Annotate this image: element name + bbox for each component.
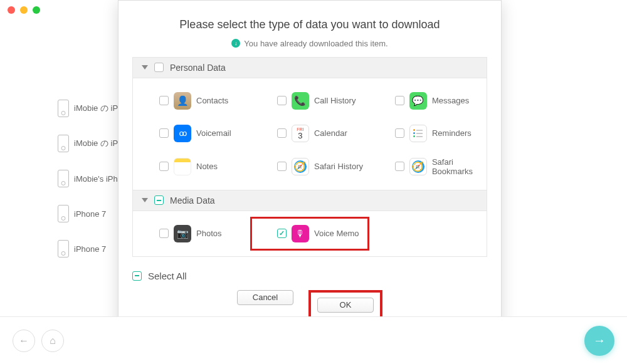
window-close-button[interactable] [8, 6, 15, 14]
item-checkbox[interactable] [277, 162, 287, 171]
item-label: Voicemail [196, 128, 231, 138]
item-label: Call History [314, 96, 356, 105]
data-item-messages[interactable]: 💬 Messages [369, 85, 487, 117]
item-label: Reminders [432, 128, 472, 138]
modal-title: Please select the type of data you want … [131, 18, 488, 31]
contacts-icon: 👤 [174, 92, 191, 110]
window-minimize-button[interactable] [20, 6, 28, 14]
data-item-safari-bookmarks[interactable]: 🧭 Safari Bookmarks [369, 150, 487, 184]
call-icon: 📞 [292, 92, 309, 110]
photos-icon: 📷 [174, 225, 191, 242]
phone-icon [58, 240, 69, 257]
data-item-voice-memo[interactable]: 🎙 Voice Memo [251, 217, 369, 250]
item-label: Safari Bookmarks [432, 157, 487, 176]
window-controls [8, 6, 40, 14]
data-item-call-history[interactable]: 📞 Call History [251, 85, 369, 117]
home-button[interactable]: ⌂ [41, 330, 64, 352]
device-label: iMobie の iP [74, 103, 118, 114]
item-checkbox[interactable] [159, 229, 169, 238]
item-label: Voice Memo [314, 229, 359, 238]
phone-icon [58, 170, 69, 187]
safari-bookmarks-icon: 🧭 [409, 158, 427, 175]
item-checkbox[interactable] [277, 128, 287, 138]
phone-icon [58, 135, 69, 152]
ok-button[interactable]: OK [317, 298, 374, 313]
modal-header: Please select the type of data you want … [119, 1, 501, 57]
data-item-safari-history[interactable]: 🧭 Safari History [251, 150, 369, 184]
group-checkbox[interactable] [154, 63, 164, 72]
item-checkbox[interactable] [159, 128, 169, 138]
group-label: Media Data [170, 195, 215, 205]
item-checkbox[interactable] [277, 96, 287, 105]
bottom-bar: ← ⌂ → [0, 316, 627, 364]
group-checkbox[interactable] [154, 195, 164, 205]
data-type-list: Personal Data 👤 Contacts 📞 Call History … [132, 57, 487, 257]
group-body-media: 📷 Photos 🎙 Voice Memo [133, 211, 487, 256]
modal-subtitle: ↓ You have already downloaded this item. [231, 39, 387, 48]
select-all-checkbox[interactable] [132, 271, 142, 281]
select-all-label: Select All [148, 271, 187, 281]
device-label: iPhone 7 [74, 209, 106, 219]
item-checkbox[interactable] [395, 128, 404, 138]
voicemail-icon: oo [174, 125, 191, 142]
disclosure-icon [142, 198, 148, 202]
device-label: iMobie の iP [74, 138, 118, 149]
item-label: Safari History [314, 162, 363, 171]
download-icon: ↓ [231, 39, 240, 48]
device-label: iPhone 7 [74, 244, 106, 254]
data-item-calendar[interactable]: FRI3 Calendar [251, 117, 369, 150]
select-all-row[interactable]: Select All [132, 271, 487, 281]
phone-icon [58, 205, 69, 222]
item-label: Contacts [196, 96, 228, 105]
item-label: Photos [196, 229, 221, 238]
group-body-personal: 👤 Contacts 📞 Call History 💬 Messages [133, 78, 487, 190]
reminders-icon [409, 125, 427, 142]
item-label: Calendar [314, 128, 347, 138]
phone-icon [58, 100, 69, 117]
voice-memo-icon: 🎙 [292, 225, 309, 242]
safari-history-icon: 🧭 [292, 158, 309, 175]
data-item-voicemail[interactable]: oo Voicemail [133, 117, 251, 150]
item-checkbox[interactable] [159, 162, 169, 171]
window-maximize-button[interactable] [33, 6, 40, 14]
item-label: Messages [432, 96, 469, 105]
group-header-media[interactable]: Media Data [133, 190, 487, 211]
back-button[interactable]: ← [13, 330, 35, 352]
calendar-icon: FRI3 [292, 125, 309, 142]
item-checkbox[interactable] [277, 229, 287, 238]
messages-icon: 💬 [409, 92, 427, 110]
notes-icon [174, 158, 191, 175]
data-item-notes[interactable]: Notes [133, 150, 251, 184]
item-checkbox[interactable] [395, 96, 404, 105]
data-item-contacts[interactable]: 👤 Contacts [133, 85, 251, 117]
proceed-button[interactable]: → [584, 326, 614, 356]
item-label: Notes [196, 162, 218, 171]
data-item-photos[interactable]: 📷 Photos [133, 217, 251, 250]
button-row: Cancel OK [132, 290, 487, 320]
disclosure-icon [142, 65, 148, 70]
group-header-personal[interactable]: Personal Data [133, 58, 487, 78]
cancel-button[interactable]: Cancel [237, 290, 293, 305]
data-item-reminders[interactable]: Reminders [369, 117, 487, 150]
item-checkbox[interactable] [159, 96, 169, 105]
device-label: iMobie's iPh [74, 174, 118, 184]
item-checkbox[interactable] [395, 162, 404, 171]
group-label: Personal Data [170, 63, 226, 73]
data-type-modal: Please select the type of data you want … [118, 0, 502, 335]
ok-highlight: OK [308, 290, 382, 320]
